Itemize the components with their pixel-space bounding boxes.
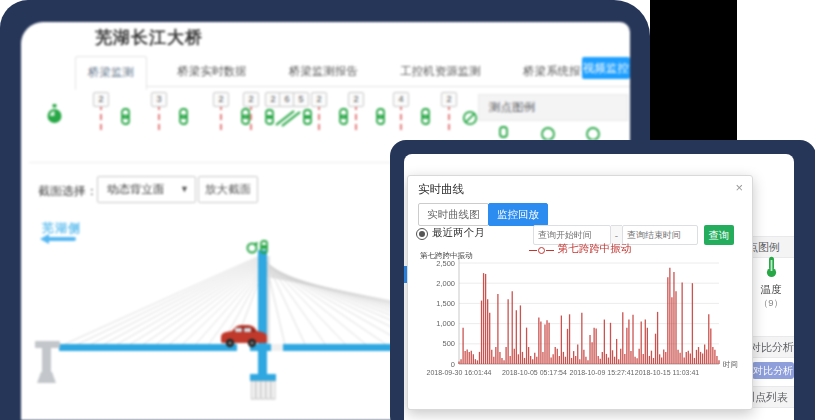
sensor-dash-line: [250, 104, 252, 130]
tab-bridge-monitor[interactable]: 桥梁监测: [75, 56, 147, 90]
legend-panel-header: 测点图例: [478, 94, 628, 121]
sensor-dash-line: [100, 104, 102, 130]
sensor-dash-line: [355, 104, 357, 130]
sensor-count-badge[interactable]: 2: [348, 92, 364, 107]
page-title: 芜湖长江大桥: [95, 26, 203, 49]
bridge-tower-foundation: [250, 351, 276, 399]
chain-link-icon: [120, 108, 131, 125]
dialog-title: 实时曲线: [418, 182, 464, 197]
svg-text:1,500: 1,500: [436, 299, 455, 308]
chain-group-icon[interactable]: [264, 106, 314, 132]
last-two-months-label: 最近两个月: [432, 226, 485, 240]
close-icon[interactable]: ×: [735, 180, 743, 195]
svg-text:2018-09-30 16:01:44: 2018-09-30 16:01:44: [427, 369, 492, 376]
vibration-chart-svg: 05001,0001,5002,0002,500第七跨跨中振动2018-09-3…: [416, 251, 750, 391]
tab-monitor-report[interactable]: 桥梁监测报告: [277, 56, 370, 88]
svg-text:2018-10-05 05:17:54: 2018-10-05 05:17:54: [502, 369, 567, 376]
sensor-count-badge[interactable]: 5: [293, 92, 309, 107]
tab-realtime-curve[interactable]: 实时曲线图: [418, 203, 489, 226]
background-black-area: [650, 0, 737, 150]
realtime-curve-dialog: 实时曲线 × 实时曲线图 监控回放 最近两个月 - 查询 第七跨跨中振动 050…: [407, 175, 753, 410]
sensor-chain[interactable]: [420, 108, 431, 129]
stopwatch-icon[interactable]: [46, 104, 63, 129]
sensor-count-badge[interactable]: 2: [243, 92, 259, 107]
chain-link-icon: [178, 108, 189, 125]
last-two-months-radio[interactable]: [416, 228, 428, 240]
compare-analysis-button[interactable]: 对比分析: [752, 362, 794, 379]
sensor-dash-line: [220, 104, 222, 130]
section-select-value: 动态背立面: [107, 183, 165, 195]
temperature-count: （9）: [748, 297, 794, 310]
curve-popup-window: 测点图例 温度 （9） 对比分析 对比分析 测点列表 实时曲线 ×: [390, 140, 815, 420]
video-monitor-button[interactable]: 视频监控: [582, 57, 630, 79]
sensor-dash-line: [318, 104, 320, 130]
screenshot-canvas: 芜湖长江大桥 桥梁监测 桥梁实时数据 桥梁监测报告 工控机资源监测 桥梁系统报警…: [0, 0, 815, 420]
vibration-chart: 05001,0001,5002,0002,500第七跨跨中振动2018-09-3…: [416, 251, 750, 391]
chain-link-icon: [420, 108, 431, 125]
sensor-chain[interactable]: [178, 108, 189, 129]
tab-monitor-playback[interactable]: 监控回放: [488, 203, 548, 226]
svg-text:2018-10-09 15:27:41: 2018-10-09 15:27:41: [570, 369, 635, 376]
section-select-label: 截面选择：: [38, 183, 98, 200]
sensor-count-badge[interactable]: 2: [441, 92, 457, 107]
sensor-dash-line: [448, 104, 450, 130]
main-tabbar: 桥梁监测 桥梁实时数据 桥梁监测报告 工控机资源监测 桥梁系统报警: [75, 55, 630, 87]
svg-text:1,000: 1,000: [436, 319, 455, 328]
svg-text:2,000: 2,000: [436, 279, 455, 288]
no-entry-icon[interactable]: [462, 110, 478, 130]
sensor-count-badge[interactable]: 4: [393, 92, 409, 107]
sensor-chain[interactable]: [120, 108, 131, 129]
sensor-chain[interactable]: [375, 108, 386, 129]
chain-link-icon: [338, 108, 349, 125]
compare-analysis-header: 对比分析: [748, 336, 794, 358]
legend-panel-icons: [478, 121, 628, 140]
sensor-dash-line: [158, 104, 160, 130]
svg-text:0: 0: [451, 360, 455, 369]
tab-ipc-resource[interactable]: 工控机资源监测: [388, 56, 493, 88]
thermometer-icon: [765, 256, 778, 278]
svg-text:2018-10-15 11:03:41: 2018-10-15 11:03:41: [635, 369, 700, 376]
chain-link-icon: [375, 108, 386, 125]
sensor-dash-line: [400, 104, 402, 130]
temperature-point-item[interactable]: 温度 （9）: [748, 256, 794, 308]
sensor-count-badge[interactable]: 2: [213, 92, 229, 107]
chevron-down-icon: ▼: [180, 177, 189, 202]
curve-popup-page: 测点图例 温度 （9） 对比分析 对比分析 测点列表 实时曲线 ×: [404, 154, 794, 420]
zoom-section-button[interactable]: 放大截面: [198, 176, 258, 203]
svg-text:时间: 时间: [723, 360, 738, 369]
sensor-chain[interactable]: [338, 108, 349, 129]
temperature-label: 温度: [748, 283, 794, 297]
sensor-count-badge[interactable]: 2: [311, 92, 327, 107]
sensor-count-badge[interactable]: 2: [93, 92, 109, 107]
tab-realtime-data[interactable]: 桥梁实时数据: [165, 56, 258, 88]
sensor-count-badge[interactable]: 3: [151, 92, 167, 107]
svg-text:500: 500: [442, 339, 455, 348]
svg-text:第七跨跨中振动: 第七跨跨中振动: [420, 251, 473, 260]
bridge-left-pier: [35, 341, 60, 383]
section-select-dropdown[interactable]: 动态背立面 ▼: [97, 176, 196, 203]
